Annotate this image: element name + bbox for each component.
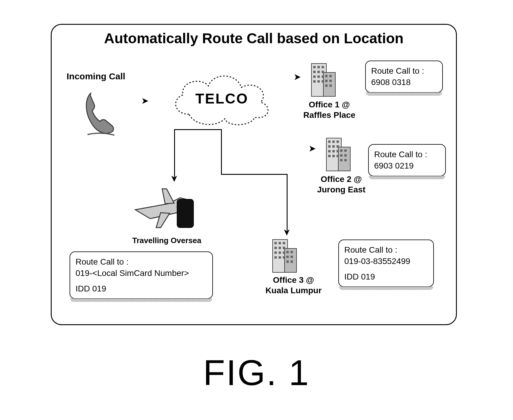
travelling-oversea-icon bbox=[132, 183, 198, 234]
svg-rect-38 bbox=[340, 159, 342, 161]
svg-rect-19 bbox=[329, 84, 332, 87]
svg-rect-4 bbox=[322, 66, 324, 68]
svg-rect-5 bbox=[313, 71, 316, 73]
diagram-panel: Automatically Route Call based on Locati… bbox=[51, 24, 457, 325]
svg-rect-46 bbox=[274, 247, 277, 249]
svg-rect-44 bbox=[279, 242, 281, 244]
route-box-travel: Route Call to : 019-<Local SimCard Numbe… bbox=[70, 251, 213, 299]
svg-rect-32 bbox=[332, 155, 335, 157]
svg-rect-56 bbox=[291, 251, 293, 253]
route-travel-idd: IDD 019 bbox=[76, 283, 207, 294]
office2-label-line2: Jurong East bbox=[317, 185, 365, 194]
line-to-office3-h bbox=[221, 174, 287, 175]
office3-label-line2: Kuala Lumpur bbox=[265, 286, 322, 295]
route-office2-line2: 6903 0219 bbox=[374, 160, 440, 172]
svg-rect-18 bbox=[325, 84, 328, 87]
incoming-call-label: Incoming Call bbox=[67, 71, 125, 81]
office2-label-line1: Office 2 @ bbox=[321, 175, 362, 184]
line-to-office3-v bbox=[287, 174, 288, 231]
route-office3-line1: Route Call to : bbox=[344, 244, 428, 256]
office3-building-icon bbox=[267, 234, 302, 275]
svg-rect-12 bbox=[317, 80, 320, 83]
svg-rect-30 bbox=[337, 150, 339, 152]
svg-rect-28 bbox=[328, 150, 331, 152]
svg-rect-52 bbox=[274, 256, 277, 259]
route-travel-line1: Route Call to : bbox=[76, 256, 207, 268]
svg-rect-10 bbox=[322, 75, 324, 78]
svg-rect-60 bbox=[291, 260, 293, 263]
route-box-office1: Route Call to : 6908 0318 bbox=[365, 61, 443, 93]
arrow-phone-to-telco: ➤ bbox=[141, 96, 149, 105]
office1-label: Office 1 @ Raffles Place bbox=[299, 99, 359, 120]
route-office3-idd: IDD 019 bbox=[344, 271, 428, 282]
svg-rect-58 bbox=[291, 256, 293, 258]
svg-rect-6 bbox=[317, 71, 320, 73]
figure-stage: Automatically Route Call based on Locati… bbox=[0, 0, 513, 420]
svg-rect-53 bbox=[279, 256, 281, 259]
line-to-travel-h bbox=[174, 129, 222, 130]
svg-rect-50 bbox=[279, 251, 281, 254]
line-to-travel-v bbox=[174, 129, 175, 177]
svg-rect-2 bbox=[313, 66, 316, 68]
route-travel-line2: 019-<Local SimCard Number> bbox=[76, 268, 207, 279]
svg-rect-47 bbox=[279, 247, 281, 249]
svg-rect-14 bbox=[325, 75, 328, 77]
svg-rect-26 bbox=[332, 145, 335, 148]
svg-rect-11 bbox=[313, 80, 316, 83]
arrow-to-travel: ➤ bbox=[170, 175, 179, 182]
office3-label-line1: Office 3 @ bbox=[273, 275, 314, 285]
office2-label: Office 2 @ Jurong East bbox=[311, 174, 371, 195]
svg-rect-25 bbox=[328, 145, 331, 148]
phone-handset-icon bbox=[82, 87, 120, 138]
svg-rect-34 bbox=[340, 149, 342, 152]
svg-rect-43 bbox=[274, 242, 277, 244]
route-box-office2: Route Call to : 6903 0219 bbox=[368, 144, 446, 176]
arrow-telco-to-office1: ➤ bbox=[294, 72, 301, 81]
svg-rect-48 bbox=[283, 247, 285, 249]
svg-rect-27 bbox=[337, 145, 339, 148]
svg-rect-55 bbox=[286, 251, 289, 253]
svg-rect-33 bbox=[337, 155, 339, 157]
route-office2-line1: Route Call to : bbox=[374, 149, 440, 160]
figure-caption: FIG. 1 bbox=[0, 352, 513, 393]
svg-rect-8 bbox=[313, 75, 316, 78]
svg-rect-39 bbox=[344, 159, 347, 161]
svg-rect-16 bbox=[325, 80, 328, 82]
svg-rect-40 bbox=[177, 199, 193, 228]
svg-rect-23 bbox=[332, 140, 335, 143]
route-office1-line1: Route Call to : bbox=[371, 65, 437, 77]
line-telco-down bbox=[221, 129, 222, 174]
svg-rect-51 bbox=[283, 251, 285, 254]
svg-rect-29 bbox=[332, 150, 335, 152]
arrow-telco-to-office2: ➤ bbox=[308, 144, 316, 153]
office1-label-line2: Raffles Place bbox=[303, 110, 355, 120]
svg-rect-17 bbox=[329, 80, 332, 82]
route-box-office3: Route Call to : 019-03-83552499 IDD 019 bbox=[338, 240, 434, 287]
svg-rect-35 bbox=[344, 149, 347, 152]
svg-rect-9 bbox=[317, 75, 320, 78]
svg-rect-24 bbox=[337, 140, 339, 143]
svg-rect-15 bbox=[329, 75, 332, 77]
route-office3-line2: 019-03-83552499 bbox=[344, 256, 428, 267]
office1-building-icon bbox=[305, 58, 341, 99]
route-office1-line2: 6908 0318 bbox=[371, 77, 437, 88]
svg-rect-45 bbox=[283, 242, 285, 244]
svg-rect-57 bbox=[286, 256, 289, 258]
svg-rect-3 bbox=[317, 66, 320, 68]
svg-rect-13 bbox=[322, 80, 324, 83]
svg-rect-22 bbox=[328, 140, 331, 143]
svg-rect-54 bbox=[283, 256, 285, 259]
telco-cloud-label: TELCO bbox=[183, 90, 261, 107]
travelling-oversea-label: Travelling Oversea bbox=[132, 236, 201, 245]
office2-building-icon bbox=[320, 132, 356, 174]
office3-label: Office 3 @ Kuala Lumpur bbox=[261, 275, 326, 296]
svg-rect-49 bbox=[274, 251, 277, 254]
svg-rect-59 bbox=[286, 260, 289, 263]
svg-rect-36 bbox=[340, 154, 342, 157]
svg-rect-31 bbox=[328, 155, 331, 157]
svg-rect-37 bbox=[344, 154, 347, 157]
office1-label-line1: Office 1 @ bbox=[309, 100, 350, 109]
svg-rect-7 bbox=[322, 71, 324, 73]
panel-title: Automatically Route Call based on Locati… bbox=[52, 30, 456, 47]
